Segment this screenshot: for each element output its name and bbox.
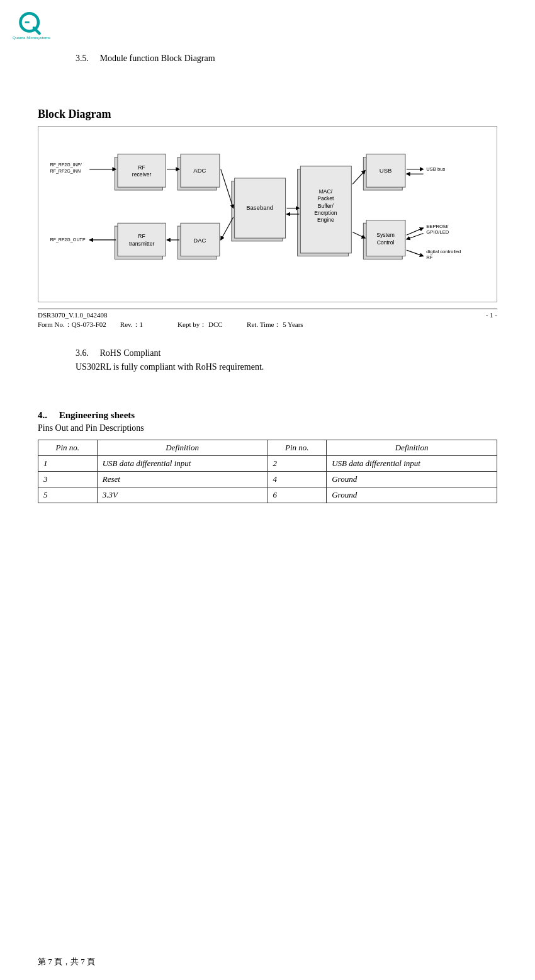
svg-text:RF_RF2G_OUTP: RF_RF2G_OUTP [50, 237, 85, 242]
table-cell: 1 [38, 456, 98, 472]
svg-text:ADC: ADC [193, 167, 206, 174]
svg-text:GPIO/LED: GPIO/LED [426, 229, 449, 235]
svg-text:Quanta Microsystems: Quanta Microsystems [13, 35, 50, 40]
block-diagram-title: Block Diagram [38, 108, 497, 121]
svg-text:RF_RF2G_INN: RF_RF2G_INN [50, 169, 81, 174]
company-logo: Quanta Microsystems [13, 9, 63, 44]
section-36-title: RoHS Compliant [100, 348, 161, 358]
section-35-title: Module function Block Diagram [100, 54, 215, 63]
footer-page-num: - 1 - [486, 311, 497, 319]
doc-id: DSR3070_V.1.0_042408 [38, 311, 303, 319]
svg-text:transmitter: transmitter [129, 241, 155, 247]
svg-text:digital controlled: digital controlled [426, 249, 461, 254]
table-cell: 5 [38, 487, 98, 503]
table-cell: 3.3V [97, 487, 268, 503]
svg-text:Packet: Packet [317, 195, 334, 202]
header-pin-no-1: Pin no. [38, 440, 98, 456]
table-cell: USB data differential input [327, 456, 497, 472]
block-diagram-svg: RF receiver RF transmitter ADC DAC Baseb… [45, 139, 490, 289]
svg-text:Baseband: Baseband [246, 204, 273, 211]
section-36-heading: 3.6. RoHS Compliant [76, 348, 497, 358]
table-cell: 6 [268, 487, 327, 503]
svg-text:USB: USB [380, 167, 392, 174]
svg-text:DAC: DAC [193, 237, 206, 244]
svg-text:Buffer/: Buffer/ [318, 203, 334, 209]
svg-rect-5 [118, 154, 166, 187]
form-no: Form No.：QS-073-F02 Rev.：1 Kept by： DCC … [38, 320, 303, 329]
page-footer: 第 7 頁，共 7 頁 [38, 956, 95, 967]
svg-text:System: System [376, 232, 394, 238]
table-cell: 3 [38, 472, 98, 487]
svg-text:receiver: receiver [132, 171, 152, 178]
section-36: 3.6. RoHS Compliant US302RL is fully com… [76, 348, 497, 372]
block-diagram-container: RF receiver RF transmitter ADC DAC Baseb… [38, 126, 497, 302]
svg-text:MAC/: MAC/ [319, 188, 333, 195]
svg-text:RF: RF [138, 233, 145, 239]
table-row: 1USB data differential input2USB data di… [38, 456, 497, 472]
svg-text:Encrption: Encrption [314, 210, 337, 216]
svg-rect-9 [118, 223, 166, 256]
table-row: 53.3V6Ground [38, 487, 497, 503]
header-pin-no-2: Pin no. [268, 440, 327, 456]
section-4-heading: 4.. Engineering sheets [38, 410, 497, 421]
pin-table: Pin no. Definition Pin no. Definition 1U… [38, 440, 497, 503]
section-35: 3.5. Module function Block Diagram [38, 54, 497, 64]
table-header-row: Pin no. Definition Pin no. Definition [38, 440, 497, 456]
footer-left: DSR3070_V.1.0_042408 Form No.：QS-073-F02… [38, 311, 303, 329]
table-cell: Ground [327, 487, 497, 503]
svg-line-55 [407, 250, 424, 256]
svg-text:USB bus: USB bus [426, 166, 445, 172]
section-4: 4.. Engineering sheets Pins Out and Pin … [38, 410, 497, 503]
section-4-subtitle: Pins Out and Pin Descriptions [38, 423, 497, 433]
logo-area: Quanta Microsystems [13, 9, 63, 44]
svg-text:RF: RF [138, 164, 145, 171]
table-cell: Reset [97, 472, 268, 487]
table-cell: USB data differential input [97, 456, 268, 472]
svg-text:EEPROM/: EEPROM/ [426, 224, 449, 229]
table-row: 3Reset4Ground [38, 472, 497, 487]
table-cell: 4 [268, 472, 327, 487]
table-cell: Ground [327, 472, 497, 487]
svg-text:Engine: Engine [317, 217, 334, 223]
header-definition-2: Definition [327, 440, 497, 456]
svg-text:Control: Control [377, 239, 395, 246]
svg-line-1 [34, 28, 40, 33]
section-4-title: Engineering sheets [59, 410, 135, 420]
table-cell: 2 [268, 456, 327, 472]
svg-text:RF_RF2G_INP/: RF_RF2G_INP/ [50, 162, 81, 168]
diagram-footer: DSR3070_V.1.0_042408 Form No.：QS-073-F02… [38, 309, 497, 329]
svg-text:RF: RF [426, 254, 432, 260]
section-36-body: US302RL is fully compliant with RoHS req… [76, 362, 497, 372]
section-35-heading: 3.5. Module function Block Diagram [76, 54, 497, 64]
header-definition-1: Definition [97, 440, 268, 456]
section-35-number: 3.5. [76, 54, 89, 63]
